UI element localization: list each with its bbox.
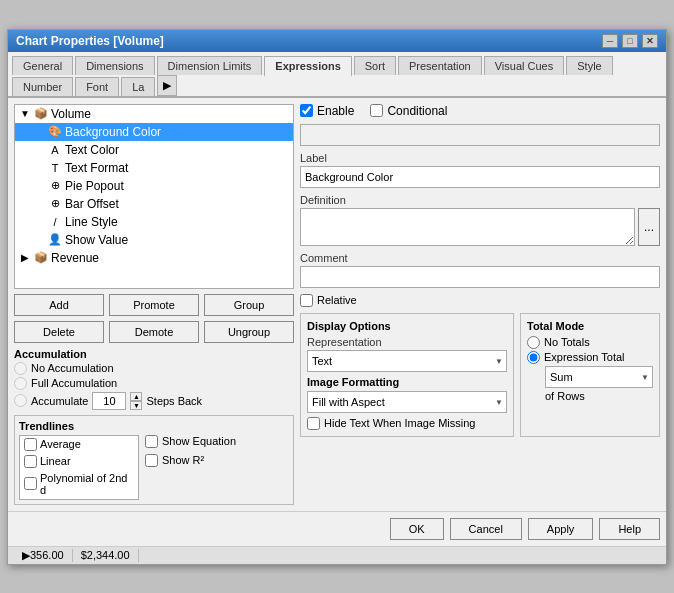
trendlines-label: Trendlines [19,420,289,432]
radio-full-accumulation-input[interactable] [14,377,27,390]
image-formatting-section: Image Formatting Fill with Aspect Fill F… [307,376,507,430]
tab-number[interactable]: Number [12,77,73,96]
expression-tree[interactable]: ▼ 📦 Volume 🎨 Background Color A Text Col… [14,104,294,289]
comment-section: Comment [300,252,660,288]
tree-item-text-format[interactable]: T Text Format [15,159,293,177]
label-field-label: Label [300,152,660,164]
tab-la[interactable]: La [121,77,155,96]
button-row-2: Delete Demote Ungroup [14,321,294,343]
trendline-polynomial-check[interactable] [24,477,37,490]
tab-style[interactable]: Style [566,56,612,75]
tree-label-rev: Revenue [51,251,99,265]
right-panel: Enable Conditional Label Definition ... [300,104,660,505]
trendline-linear-check[interactable] [24,455,37,468]
conditional-checkbox[interactable] [370,104,383,117]
trendline-average-check[interactable] [24,438,37,451]
title-bar: Chart Properties [Volume] ─ □ ✕ [8,30,666,52]
tree-label-ls: Line Style [65,215,118,229]
tree-item-pie-popout[interactable]: ⊕ Pie Popout [15,177,293,195]
tab-expressions[interactable]: Expressions [264,56,351,77]
show-equation-check[interactable] [145,435,158,448]
tree-item-show-value[interactable]: 👤 Show Value [15,231,293,249]
condition-input[interactable] [300,124,660,146]
tabs-row: General Dimensions Dimension Limits Expr… [8,52,666,98]
tree-label-bo: Bar Offset [65,197,119,211]
show-r2-check[interactable] [145,454,158,467]
trendline-polynomial-label: Polynomial of 2nd d [40,472,134,496]
steps-back-input[interactable] [92,392,126,410]
show-equation-label: Show Equation [162,435,236,447]
trendline-linear[interactable]: Linear [20,453,138,470]
radio-no-accumulation-input[interactable] [14,362,27,375]
tree-expander-rev[interactable]: ▶ [19,252,31,263]
tab-presentation[interactable]: Presentation [398,56,482,75]
hide-text-checkbox[interactable] [307,417,320,430]
radio-full-accumulation: Full Accumulation [14,377,294,390]
tree-item-bar-offset[interactable]: ⊕ Bar Offset [15,195,293,213]
ok-button[interactable]: OK [390,518,444,540]
definition-section: Definition ... [300,194,660,246]
tree-icon-pp: ⊕ [48,179,62,192]
radio-no-accumulation: No Accumulation [14,362,294,375]
enable-label: Enable [317,104,354,118]
statusbar-left: ▶356.00 [14,549,73,562]
radio-no-totals[interactable] [527,336,540,349]
spinner-down[interactable]: ▼ [130,401,142,410]
apply-button[interactable]: Apply [528,518,594,540]
tab-general[interactable]: General [12,56,73,75]
sum-select-wrapper: Sum Average Min Max [545,366,653,388]
tab-visual-cues[interactable]: Visual Cues [484,56,565,75]
tree-label-pp: Pie Popout [65,179,124,193]
tab-scroll-right[interactable]: ▶ [157,75,177,96]
total-mode-title: Total Mode [527,320,653,332]
trendline-polynomial[interactable]: Polynomial of 2nd d [20,470,138,498]
button-row-1: Add Promote Group [14,294,294,316]
tab-sort[interactable]: Sort [354,56,396,75]
minimize-button[interactable]: ─ [602,34,618,48]
image-formatting-select-wrapper: Fill with Aspect Fill Fit Clip [307,391,507,413]
add-button[interactable]: Add [14,294,104,316]
tree-root-volume[interactable]: ▼ 📦 Volume [15,105,293,123]
of-rows-label: of Rows [527,390,653,402]
spinner-up[interactable]: ▲ [130,392,142,401]
delete-button[interactable]: Delete [14,321,104,343]
close-button[interactable]: ✕ [642,34,658,48]
tree-icon-sv: 👤 [48,233,62,246]
radio-expression-total[interactable] [527,351,540,364]
definition-ellipsis-button[interactable]: ... [638,208,660,246]
cancel-button[interactable]: Cancel [450,518,522,540]
tab-font[interactable]: Font [75,77,119,96]
ungroup-button[interactable]: Ungroup [204,321,294,343]
trendlines-options: Show Equation Show R² [145,435,236,500]
tab-dimensions[interactable]: Dimensions [75,56,154,75]
maximize-button[interactable]: □ [622,34,638,48]
demote-button[interactable]: Demote [109,321,199,343]
tab-dimension-limits[interactable]: Dimension Limits [157,56,263,75]
image-formatting-select[interactable]: Fill with Aspect Fill Fit Clip [307,391,507,413]
tree-expander-volume[interactable]: ▼ [19,108,31,119]
tree-item-line-style[interactable]: / Line Style [15,213,293,231]
window-title: Chart Properties [Volume] [16,34,164,48]
promote-button[interactable]: Promote [109,294,199,316]
tree-item-background-color[interactable]: 🎨 Background Color [15,123,293,141]
help-button[interactable]: Help [599,518,660,540]
representation-select[interactable]: Text Image Gauge LED [307,350,507,372]
comment-input[interactable] [300,266,660,288]
representation-label: Representation [307,336,507,348]
trendlines-list[interactable]: Average Linear Polynomial of 2nd d [19,435,139,500]
tree-item-revenue[interactable]: ▶ 📦 Revenue [15,249,293,267]
tree-item-text-color[interactable]: A Text Color [15,141,293,159]
total-mode-box: Total Mode No Totals Expression Total Su… [520,313,660,437]
trendline-average[interactable]: Average [20,436,138,453]
label-input[interactable] [300,166,660,188]
tree-label-tc: Text Color [65,143,119,157]
relative-label: Relative [317,294,357,306]
enable-checkbox[interactable] [300,104,313,117]
radio-accumulate-input[interactable] [14,394,27,407]
display-options-box: Display Options Representation Text Imag… [300,313,514,437]
group-button[interactable]: Group [204,294,294,316]
relative-checkbox[interactable] [300,294,313,307]
sum-select[interactable]: Sum Average Min Max [545,366,653,388]
definition-input[interactable] [300,208,635,246]
hide-text-label: Hide Text When Image Missing [324,417,475,429]
